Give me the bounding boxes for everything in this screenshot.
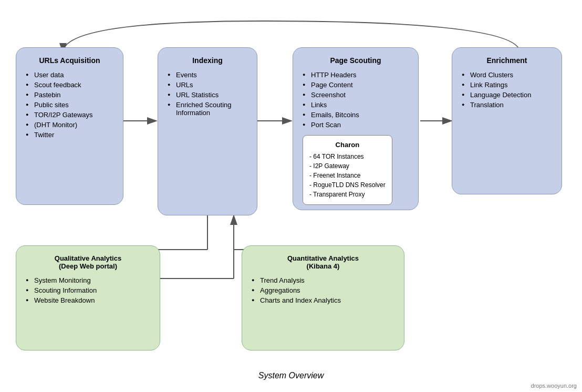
indexing-list: Events URLs URL Statistics Enriched Scou… [168, 70, 247, 118]
page-scouting-box: Page Scouting HTTP Headers Page Content … [293, 47, 419, 210]
list-item: TOR/I2P Gateways [26, 110, 113, 120]
list-item: - 64 TOR Instances [309, 152, 386, 161]
list-item: Port Scan [303, 120, 409, 130]
list-item: Screenshot [303, 90, 409, 100]
list-item: Scouting Information [26, 285, 150, 295]
list-item: Links [303, 100, 409, 110]
charon-list: - 64 TOR Instances - I2P Gateway - Freen… [309, 152, 386, 199]
list-item: Trend Analysis [252, 275, 394, 285]
list-item: Twitter [26, 130, 113, 140]
list-item: Page Content [303, 80, 409, 90]
qualitative-box: Qualitative Analytics(Deep Web portal) S… [16, 245, 160, 350]
list-item: URLs [168, 80, 247, 90]
page-scouting-title: Page Scouting [303, 56, 409, 65]
enrichment-list: Word Clusters Link Ratings Language Dete… [462, 70, 552, 110]
list-item: Events [168, 70, 247, 80]
list-item: URL Statistics [168, 90, 247, 100]
list-item: Emails, Bitcoins [303, 110, 409, 120]
list-item: User data [26, 70, 113, 80]
watermark: drops.wooyun.org [531, 383, 577, 389]
list-item: Public sites [26, 100, 113, 110]
list-item: - Freenet Instance [309, 171, 386, 180]
diagram-container: URLs Acquisition User data Scout feedbac… [0, 0, 582, 392]
list-item: (DHT Monitor) [26, 120, 113, 130]
list-item: System Monitoring [26, 275, 150, 285]
list-item: Link Ratings [462, 80, 552, 90]
enrichment-title: Enrichment [462, 56, 552, 65]
diagram-title: System Overview [0, 371, 582, 380]
charon-title: Charon [309, 141, 386, 149]
list-item: Charts and Index Analytics [252, 295, 394, 305]
quantitative-box: Quantitative Analytics(Kibana 4) Trend A… [242, 245, 404, 350]
charon-box: Charon - 64 TOR Instances - I2P Gateway … [303, 135, 392, 205]
list-item: Translation [462, 100, 552, 110]
indexing-box: Indexing Events URLs URL Statistics Enri… [158, 47, 257, 215]
list-item: Pastebin [26, 90, 113, 100]
list-item: Scout feedback [26, 80, 113, 90]
qualitative-list: System Monitoring Scouting Information W… [26, 275, 150, 305]
quantitative-title: Quantitative Analytics(Kibana 4) [252, 254, 394, 270]
list-item: HTTP Headers [303, 70, 409, 80]
urls-acquisition-box: URLs Acquisition User data Scout feedbac… [16, 47, 123, 205]
list-item: Aggregations [252, 285, 394, 295]
list-item: - I2P Gateway [309, 161, 386, 171]
list-item: Enriched Scouting Information [168, 100, 247, 118]
list-item: - RogueTLD DNS Resolver [309, 180, 386, 190]
list-item: Language Detection [462, 90, 552, 100]
list-item: - Transparent Proxy [309, 190, 386, 199]
page-scouting-list: HTTP Headers Page Content Screenshot Lin… [303, 70, 409, 130]
list-item: Word Clusters [462, 70, 552, 80]
quantitative-list: Trend Analysis Aggregations Charts and I… [252, 275, 394, 305]
enrichment-box: Enrichment Word Clusters Link Ratings La… [452, 47, 562, 194]
qualitative-title: Qualitative Analytics(Deep Web portal) [26, 254, 150, 270]
indexing-title: Indexing [168, 56, 247, 65]
list-item: Website Breakdown [26, 295, 150, 305]
urls-acquisition-title: URLs Acquisition [26, 56, 113, 65]
urls-acquisition-list: User data Scout feedback Pastebin Public… [26, 70, 113, 140]
